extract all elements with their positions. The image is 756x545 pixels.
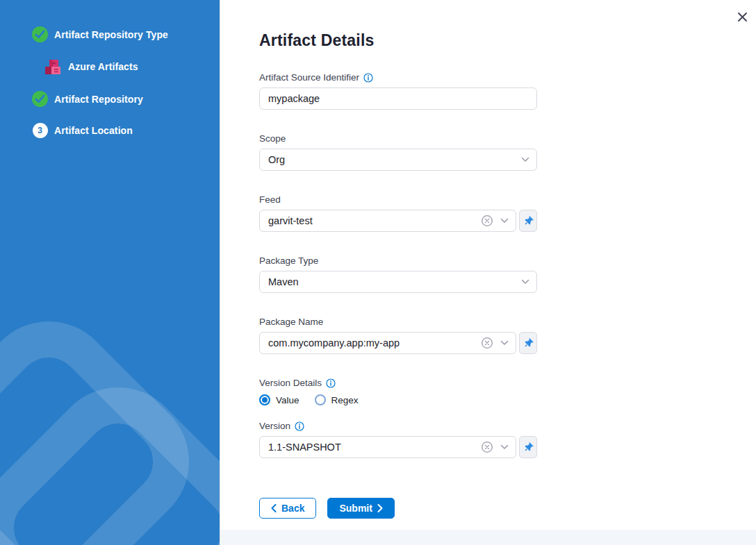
step-artifact-repository-type[interactable]: Artifact Repository Type <box>32 26 220 42</box>
chevron-down-icon[interactable] <box>500 218 509 224</box>
pin-button[interactable] <box>519 210 537 232</box>
substep-label: Azure Artifacts <box>68 61 138 72</box>
field-version: Version 1.1-SNAPSHOT <box>259 421 756 458</box>
version-select[interactable]: 1.1-SNAPSHOT <box>259 436 516 458</box>
step-artifact-repository[interactable]: Artifact Repository <box>32 91 220 107</box>
info-icon[interactable] <box>363 73 373 83</box>
clear-icon[interactable] <box>481 215 493 227</box>
pin-button[interactable] <box>519 332 537 354</box>
step-number-badge: 3 <box>32 122 48 138</box>
version-details-radio-group: Value Regex <box>259 394 756 405</box>
scope-label: Scope <box>259 133 286 144</box>
step-artifact-location[interactable]: 3 Artifact Location <box>32 122 220 138</box>
step-label: Artifact Repository <box>54 94 143 105</box>
feed-select[interactable]: garvit-test <box>259 210 516 232</box>
radio-option-value[interactable]: Value <box>259 394 299 405</box>
chevron-down-icon[interactable] <box>500 340 509 346</box>
pin-button[interactable] <box>519 436 537 458</box>
step-label: Artifact Repository Type <box>54 29 168 40</box>
artifact-source-identifier-input[interactable] <box>259 87 537 110</box>
back-button[interactable]: Back <box>259 498 316 519</box>
artifact-wizard-modal: Artifact Repository Type Azure Artifacts <box>0 0 756 545</box>
package-name-select[interactable]: com.mycompany.app:my-app <box>259 332 516 354</box>
field-scope: Scope Org <box>259 133 756 171</box>
close-icon[interactable] <box>734 8 750 25</box>
package-name-value: com.mycompany.app:my-app <box>268 337 481 349</box>
version-details-label: Version Details <box>259 378 322 388</box>
radio-selected-icon <box>259 394 270 405</box>
package-type-value: Maven <box>268 276 521 287</box>
clear-icon[interactable] <box>481 337 493 349</box>
feed-value: garvit-test <box>268 215 481 226</box>
chevron-left-icon <box>271 504 277 512</box>
clear-icon[interactable] <box>481 441 493 453</box>
version-value: 1.1-SNAPSHOT <box>268 442 481 453</box>
page-title: Artifact Details <box>259 31 756 50</box>
wizard-sidebar: Artifact Repository Type Azure Artifacts <box>0 0 220 545</box>
radio-option-regex[interactable]: Regex <box>315 394 359 405</box>
field-feed: Feed garvit-test <box>259 194 756 232</box>
field-artifact-source-identifier: Artifact Source Identifier <box>259 72 756 110</box>
submit-button[interactable]: Submit <box>327 498 394 519</box>
wizard-steps: Artifact Repository Type Azure Artifacts <box>0 0 220 138</box>
step-complete-check-icon <box>32 91 48 107</box>
step-label: Artifact Location <box>54 125 133 136</box>
field-package-name: Package Name com.mycompany.app:my-app <box>259 317 756 354</box>
page-background-strip <box>220 530 756 545</box>
chevron-down-icon <box>521 279 529 285</box>
info-icon[interactable] <box>326 378 336 388</box>
field-version-details: Version Details Value Regex <box>259 378 756 405</box>
field-package-type: Package Type Maven <box>259 255 756 293</box>
chevron-down-icon <box>521 157 529 162</box>
chevron-down-icon[interactable] <box>500 444 509 450</box>
info-icon[interactable] <box>295 421 304 431</box>
wizard-footer-buttons: Back Submit <box>259 498 756 519</box>
substep-azure-artifacts[interactable]: Azure Artifacts <box>44 58 220 76</box>
step-complete-check-icon <box>32 26 48 42</box>
package-type-select[interactable]: Maven <box>259 271 537 293</box>
artifact-details-panel: Artifact Details Artifact Source Identif… <box>220 0 756 545</box>
package-type-label: Package Type <box>259 255 318 266</box>
artifact-source-identifier-label: Artifact Source Identifier <box>259 72 359 83</box>
package-name-label: Package Name <box>259 317 323 327</box>
chevron-right-icon <box>377 504 383 512</box>
scope-select[interactable]: Org <box>259 149 537 171</box>
azure-artifacts-icon <box>44 58 62 76</box>
feed-label: Feed <box>259 194 281 205</box>
radio-unselected-icon <box>315 394 326 405</box>
scope-value: Org <box>268 154 521 165</box>
version-label: Version <box>259 421 290 431</box>
